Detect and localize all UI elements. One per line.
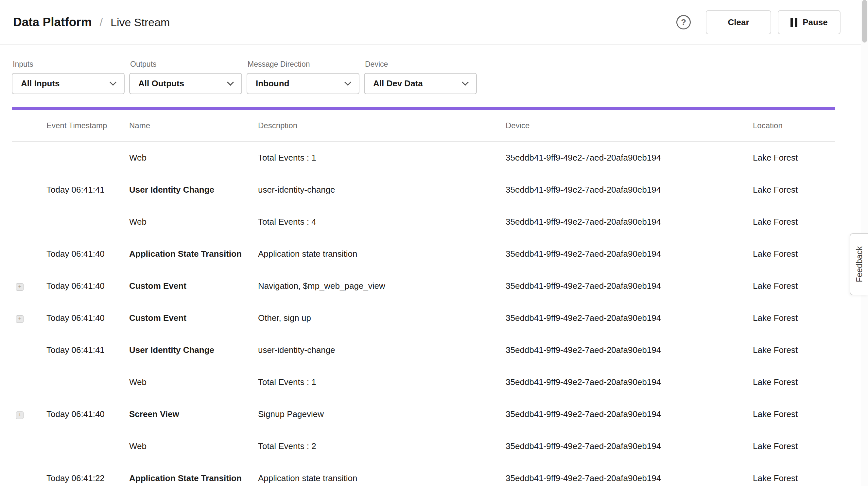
event-name: Web: [129, 377, 258, 387]
event-device-id: 35eddb41-9ff9-49e2-7aed-20afa90eb194: [506, 217, 753, 227]
expand-cell: +: [12, 153, 46, 163]
expand-cell: +: [12, 441, 46, 451]
event-description: Application state transition: [258, 473, 506, 483]
feedback-tab[interactable]: Feedback: [850, 233, 868, 295]
event-timestamp: Today 06:41:41: [46, 185, 129, 195]
event-description: Total Events : 2: [258, 441, 506, 451]
pause-button[interactable]: Pause: [778, 10, 840, 34]
expand-cell: +: [12, 217, 46, 227]
chevron-down-icon: [462, 79, 469, 86]
filter-bar: Inputs All Inputs Outputs All Outputs Me…: [0, 45, 868, 94]
event-timestamp: Today 06:41:40: [46, 313, 129, 323]
pause-icon: [790, 18, 797, 27]
expand-row-button[interactable]: +: [16, 283, 24, 291]
event-device-id: 35eddb41-9ff9-49e2-7aed-20afa90eb194: [506, 409, 753, 419]
event-name: Web: [129, 153, 258, 163]
table-row[interactable]: + Today 06:41:40 Custom Event Other, sig…: [12, 302, 835, 334]
event-description: user-identity-change: [258, 185, 506, 195]
chevron-down-icon: [110, 79, 117, 86]
breadcrumb-separator: /: [100, 16, 103, 29]
column-header-description: Description: [258, 121, 506, 130]
event-device-id: 35eddb41-9ff9-49e2-7aed-20afa90eb194: [506, 473, 753, 483]
event-description: Total Events : 1: [258, 153, 506, 163]
expand-cell: +: [12, 281, 46, 291]
inputs-dropdown[interactable]: All Inputs: [12, 73, 125, 94]
event-timestamp: Today 06:41:40: [46, 409, 129, 419]
event-location: Lake Forest: [753, 345, 835, 355]
filter-inputs: Inputs All Inputs: [12, 60, 125, 94]
event-timestamp: Today 06:41:40: [46, 281, 129, 291]
filter-device-label: Device: [365, 60, 477, 69]
event-location: Lake Forest: [753, 153, 835, 163]
table-row[interactable]: + Today 06:41:40 Screen View Signup Page…: [12, 398, 835, 430]
outputs-dropdown[interactable]: All Outputs: [129, 73, 242, 94]
table-row[interactable]: + Web Total Events : 4 35eddb41-9ff9-49e…: [12, 206, 835, 238]
event-name: Web: [129, 441, 258, 451]
table-row[interactable]: + Today 06:41:41 User Identity Change us…: [12, 174, 835, 206]
event-location: Lake Forest: [753, 473, 835, 483]
event-description: Other, sign up: [258, 313, 506, 323]
message-direction-dropdown[interactable]: Inbound: [247, 73, 360, 94]
event-description: Total Events : 4: [258, 217, 506, 227]
scrollbar-thumb[interactable]: [862, 0, 867, 42]
chevron-down-icon: [227, 79, 234, 86]
event-description: Total Events : 1: [258, 377, 506, 387]
event-device-id: 35eddb41-9ff9-49e2-7aed-20afa90eb194: [506, 313, 753, 323]
event-device-id: 35eddb41-9ff9-49e2-7aed-20afa90eb194: [506, 345, 753, 355]
inputs-dropdown-value: All Inputs: [21, 79, 60, 89]
live-stream-progress-bar: [12, 107, 835, 110]
event-device-id: 35eddb41-9ff9-49e2-7aed-20afa90eb194: [506, 153, 753, 163]
table-row[interactable]: + Web Total Events : 1 35eddb41-9ff9-49e…: [12, 142, 835, 174]
event-location: Lake Forest: [753, 313, 835, 323]
page-title: Live Stream: [111, 16, 170, 29]
expand-cell: +: [12, 377, 46, 387]
expand-row-button[interactable]: +: [16, 412, 24, 419]
event-timestamp: Today 06:41:40: [46, 249, 129, 259]
filter-inputs-label: Inputs: [13, 60, 125, 69]
table-row[interactable]: + Web Total Events : 1 35eddb41-9ff9-49e…: [12, 366, 835, 398]
filter-outputs-label: Outputs: [130, 60, 242, 69]
table-row[interactable]: + Today 06:41:22 Application State Trans…: [12, 462, 835, 486]
column-header-name: Name: [129, 121, 258, 130]
event-device-id: 35eddb41-9ff9-49e2-7aed-20afa90eb194: [506, 185, 753, 195]
outputs-dropdown-value: All Outputs: [138, 79, 184, 89]
page-header: Data Platform / Live Stream ? Clear Paus…: [0, 0, 868, 45]
expand-cell: +: [12, 473, 46, 483]
filter-message-direction-label: Message Direction: [248, 60, 360, 69]
pause-button-label: Pause: [803, 17, 828, 28]
table-row[interactable]: + Web Total Events : 2 35eddb41-9ff9-49e…: [12, 430, 835, 462]
breadcrumb-data-platform[interactable]: Data Platform: [13, 16, 92, 29]
device-dropdown-value: All Dev Data: [373, 79, 423, 89]
column-header-device: Device: [506, 121, 753, 130]
event-device-id: 35eddb41-9ff9-49e2-7aed-20afa90eb194: [506, 249, 753, 259]
expand-cell: +: [12, 345, 46, 355]
event-location: Lake Forest: [753, 377, 835, 387]
expand-cell: +: [12, 313, 46, 323]
event-name: Web: [129, 217, 258, 227]
event-location: Lake Forest: [753, 249, 835, 259]
expand-row-button[interactable]: +: [16, 315, 24, 323]
event-timestamp: Today 06:41:22: [46, 473, 129, 483]
event-location: Lake Forest: [753, 441, 835, 451]
event-device-id: 35eddb41-9ff9-49e2-7aed-20afa90eb194: [506, 441, 753, 451]
table-row[interactable]: + Today 06:41:40 Application State Trans…: [12, 238, 835, 270]
clear-button[interactable]: Clear: [706, 10, 771, 34]
feedback-tab-label: Feedback: [855, 246, 864, 282]
column-header-event-timestamp: Event Timestamp: [46, 121, 129, 130]
event-name: Custom Event: [129, 313, 258, 323]
event-location: Lake Forest: [753, 217, 835, 227]
filter-outputs: Outputs All Outputs: [129, 60, 242, 94]
table-row[interactable]: + Today 06:41:41 User Identity Change us…: [12, 334, 835, 366]
event-description: user-identity-change: [258, 345, 506, 355]
help-icon[interactable]: ?: [676, 15, 691, 29]
event-timestamp: Today 06:41:41: [46, 345, 129, 355]
device-dropdown[interactable]: All Dev Data: [364, 73, 477, 94]
event-table: Event Timestamp Name Description Device …: [12, 110, 835, 486]
event-description: Signup Pageview: [258, 409, 506, 419]
event-name: Custom Event: [129, 281, 258, 291]
column-header-location: Location: [753, 121, 835, 130]
filter-message-direction: Message Direction Inbound: [247, 60, 360, 94]
table-row[interactable]: + Today 06:41:40 Custom Event Navigation…: [12, 270, 835, 302]
event-table-body: + Web Total Events : 1 35eddb41-9ff9-49e…: [12, 142, 835, 486]
expand-cell: +: [12, 249, 46, 259]
